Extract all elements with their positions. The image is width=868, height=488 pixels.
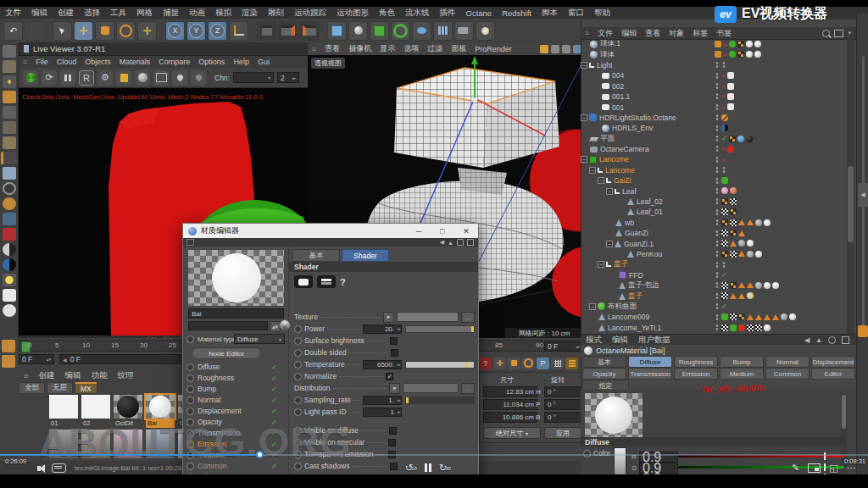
om-menu-bookmarks[interactable]: 书签 bbox=[712, 28, 736, 39]
object-row[interactable]: Leaf_01 bbox=[581, 207, 846, 217]
add-cube-icon[interactable] bbox=[327, 21, 347, 41]
lv-menu-compare[interactable]: Compare bbox=[154, 58, 194, 66]
object-row[interactable]: 盖子 bbox=[581, 291, 846, 301]
grid-snap-icon[interactable] bbox=[3, 213, 16, 225]
light-pass-id-field[interactable]: 1 bbox=[363, 408, 402, 417]
om-menu-tags[interactable]: 标签 bbox=[688, 28, 712, 39]
temperature-field[interactable]: 6500. bbox=[363, 360, 402, 369]
record-pla-icon[interactable] bbox=[551, 358, 564, 369]
object-row[interactable]: −GuanZi.1 bbox=[581, 238, 846, 248]
tab-basic[interactable]: 基本 bbox=[292, 249, 340, 262]
sampling-rate-slider[interactable] bbox=[405, 396, 475, 404]
expand-icon[interactable]: − bbox=[606, 241, 613, 247]
edit-pencil-icon[interactable]: ✎ bbox=[792, 463, 799, 474]
key-circle-icon[interactable] bbox=[583, 450, 591, 458]
rewind-10-icon[interactable]: ↺10 bbox=[405, 463, 417, 474]
lock-y-axis-icon[interactable]: Y bbox=[186, 21, 206, 41]
mb-menu-texture[interactable]: 纹理 bbox=[113, 370, 139, 381]
surface-brightness-checkbox[interactable] bbox=[390, 337, 398, 345]
layout-tab-icon[interactable] bbox=[858, 325, 868, 337]
object-row[interactable]: −HDRLightStudio.Octane bbox=[581, 113, 846, 123]
array-icon[interactable] bbox=[433, 21, 453, 41]
preview-scene-field[interactable] bbox=[188, 321, 268, 330]
vp-menu-prorender[interactable]: ProRender bbox=[470, 45, 516, 53]
shader-section-header[interactable]: Shader bbox=[289, 262, 479, 272]
menu-character[interactable]: 角色 bbox=[374, 8, 400, 19]
vp-menu-panel[interactable]: 面板 bbox=[447, 43, 470, 54]
snap-icon[interactable] bbox=[3, 182, 16, 195]
record-keyframe-icon[interactable]: ✛ bbox=[493, 358, 506, 369]
lock-resolution-icon[interactable] bbox=[116, 70, 131, 86]
object-row[interactable]: −Leaf bbox=[581, 186, 846, 196]
dialog-titlebar[interactable]: 材质编辑器 ─ □ ✕ bbox=[183, 224, 478, 238]
history-back-icon[interactable]: ◀ bbox=[804, 336, 810, 344]
tab-medium[interactable]: Medium bbox=[720, 368, 764, 380]
disc-icon[interactable] bbox=[3, 304, 16, 317]
menu-animate[interactable]: 动画 bbox=[184, 8, 210, 19]
object-row[interactable]: 球体× bbox=[581, 49, 846, 59]
menu-window[interactable]: 窗口 bbox=[563, 8, 589, 19]
history-up-icon[interactable]: ▲ bbox=[815, 336, 822, 344]
lock-z-axis-icon[interactable]: Z bbox=[208, 21, 227, 41]
object-row[interactable]: PenKou bbox=[581, 249, 846, 259]
vp-menu-options[interactable]: 选项 bbox=[399, 43, 423, 54]
volume-icon[interactable] bbox=[412, 21, 431, 41]
coordinate-system-icon[interactable] bbox=[229, 21, 248, 41]
vp-menu-display[interactable]: 显示 bbox=[376, 43, 399, 54]
render-to-picture-viewer-icon[interactable] bbox=[278, 21, 298, 41]
menu-create[interactable]: 创建 bbox=[53, 8, 79, 19]
material-thumb[interactable] bbox=[114, 395, 142, 419]
camera-icon[interactable] bbox=[454, 21, 474, 41]
pip-icon[interactable] bbox=[808, 463, 821, 473]
material-preview-large[interactable] bbox=[188, 250, 284, 306]
channel-check[interactable]: ✓ bbox=[271, 408, 277, 415]
gouraud-icon[interactable] bbox=[3, 91, 16, 103]
channel-check[interactable]: ✓ bbox=[271, 363, 277, 371]
tab-basic[interactable]: 基本 bbox=[582, 356, 626, 368]
menu-motion-tracker[interactable]: 运动跟踪 bbox=[289, 8, 331, 19]
object-row[interactable]: Leaf_02 bbox=[581, 197, 846, 207]
texture-mode-icon[interactable] bbox=[3, 136, 16, 149]
sculpt-icon[interactable] bbox=[3, 45, 16, 58]
size-z-field[interactable]: 10.886 cm bbox=[483, 412, 537, 423]
channel-check[interactable]: ✓ bbox=[271, 385, 277, 393]
material-thumb[interactable] bbox=[49, 395, 78, 419]
subdivision-surface-icon[interactable] bbox=[370, 21, 389, 41]
menu-help[interactable]: 帮助 bbox=[589, 8, 615, 19]
power-slider[interactable] bbox=[405, 325, 475, 333]
polygon-mode-icon[interactable] bbox=[3, 121, 16, 134]
lv-menu-options[interactable]: Options bbox=[194, 58, 229, 66]
expand-icon[interactable]: − bbox=[589, 303, 596, 310]
tab-roughness[interactable]: Roughness bbox=[674, 356, 718, 368]
object-row[interactable]: −盖子 bbox=[581, 259, 846, 269]
player-back-icon[interactable]: ← bbox=[12, 3, 23, 15]
panel-menu-icon[interactable]: ≡ bbox=[19, 58, 31, 66]
record-rotation-icon[interactable] bbox=[522, 358, 535, 369]
move-tool-icon[interactable]: ✛ bbox=[74, 21, 93, 41]
restart-render-icon[interactable]: ⟳ bbox=[42, 70, 57, 86]
viewport-rotate-icon[interactable] bbox=[562, 45, 570, 53]
pick-material-icon[interactable] bbox=[172, 70, 187, 86]
panel-options-icon[interactable]: ▾ bbox=[848, 30, 851, 36]
render-settings-icon[interactable] bbox=[299, 21, 319, 41]
object-row[interactable]: FFD✓ bbox=[581, 270, 846, 280]
size-x-field[interactable]: 12.83 cm bbox=[483, 386, 537, 397]
autokey-icon[interactable]: ? bbox=[479, 358, 492, 369]
texture-preview-icon[interactable] bbox=[294, 275, 313, 288]
object-row[interactable]: −Light bbox=[581, 60, 846, 70]
danmaku-icon[interactable] bbox=[52, 463, 66, 473]
expand-icon[interactable]: − bbox=[598, 261, 604, 268]
expand-icon[interactable]: − bbox=[598, 177, 604, 184]
menu-render[interactable]: 渲染 bbox=[236, 8, 263, 19]
key-circle-icon[interactable] bbox=[186, 336, 194, 343]
sun-icon[interactable] bbox=[3, 274, 16, 286]
lv-menu-file[interactable]: File bbox=[31, 58, 53, 66]
pick-focus-icon[interactable] bbox=[191, 70, 206, 86]
temperature-slider[interactable] bbox=[405, 361, 475, 369]
tab-opacity[interactable]: Opacity bbox=[582, 368, 626, 380]
search-icon[interactable] bbox=[828, 336, 836, 344]
lock-icon[interactable] bbox=[842, 336, 849, 344]
material-thumb-selected[interactable] bbox=[146, 395, 175, 419]
search-icon[interactable] bbox=[822, 30, 830, 37]
panel-menu-icon[interactable]: ≡ bbox=[19, 371, 34, 380]
